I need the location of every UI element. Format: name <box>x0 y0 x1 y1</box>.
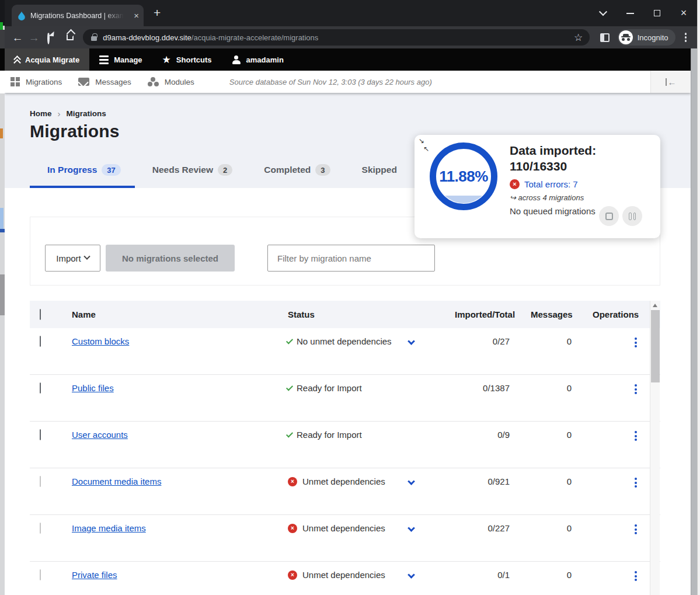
header-imported-total: Imported/Total <box>455 309 531 319</box>
imported-total-value: 0/921 <box>455 476 531 486</box>
toolbar-collapse-area[interactable]: ← <box>650 71 691 93</box>
double-chevron-up-icon <box>15 57 20 63</box>
migration-name-link[interactable]: User accounts <box>72 430 128 440</box>
page: Acquia Migrate Manage ★ Shortcuts amadam… <box>5 48 691 595</box>
tab-count-badge: 37 <box>102 164 120 176</box>
incognito-label: Incognito <box>638 33 668 42</box>
home-icon[interactable] <box>67 34 74 40</box>
toolbar-item-label: Modules <box>165 78 194 86</box>
tab-search-icon[interactable] <box>590 0 617 26</box>
pause-button[interactable] <box>622 206 642 226</box>
toolbar-item-modules[interactable]: Modules <box>140 77 203 87</box>
maximize-button[interactable] <box>643 0 670 26</box>
toolbar-item-shortcuts[interactable]: ★ Shortcuts <box>152 48 222 71</box>
breadcrumb-current: Migrations <box>67 109 106 118</box>
tab-close-icon[interactable]: × <box>134 11 139 20</box>
row-checkbox[interactable] <box>40 336 41 347</box>
table-scrollbar[interactable] <box>650 301 660 595</box>
migration-name-link[interactable]: Custom blocks <box>72 336 129 346</box>
admin-toolbar: Acquia Migrate Manage ★ Shortcuts amadam… <box>5 48 691 71</box>
table-row: Private files ×Unmet dependencies 0/1 0 <box>30 562 660 595</box>
table-row: Document media items ×Unmet dependencies… <box>30 468 660 515</box>
imported-total-value: 0/227 <box>455 523 531 533</box>
grid-icon <box>11 77 20 86</box>
background-window-sliver-right <box>697 0 700 595</box>
source-database-note: Source database of Sun Nov 12, 3:03 (3 d… <box>229 78 432 86</box>
browser-page-scrollbar[interactable] <box>691 48 697 595</box>
stop-button[interactable] <box>599 206 619 226</box>
modules-icon <box>148 77 159 87</box>
tab-in-progress[interactable]: In Progress 37 <box>47 164 121 176</box>
secondary-toolbar: Migrations Messages Modules Source datab… <box>5 71 691 93</box>
operations-menu-icon[interactable] <box>635 523 637 534</box>
minimize-button[interactable] <box>617 0 643 26</box>
migrations-table: Name Status Imported/Total Messages Oper… <box>30 301 660 595</box>
filter-input[interactable] <box>267 245 435 272</box>
row-checkbox[interactable] <box>40 429 41 440</box>
messages-count: 0 <box>531 523 593 533</box>
breadcrumb-home-link[interactable]: Home <box>30 109 52 118</box>
tab-title: Migrations Dashboard | example <box>30 12 124 20</box>
bookmark-star-icon[interactable]: ☆ <box>574 32 583 44</box>
operations-menu-icon[interactable] <box>635 430 637 441</box>
reload-icon[interactable] <box>47 33 55 42</box>
browser-navbar: ← → d9ama-ddevblog.ddev.site/acquia-migr… <box>5 26 697 48</box>
messages-count: 0 <box>531 336 593 346</box>
table-row: Public files Ready for Import 0/1387 0 <box>30 375 660 422</box>
toolbar-item-manage[interactable]: Manage <box>89 48 152 71</box>
close-window-button[interactable]: × <box>670 0 697 26</box>
scrollbar-thumb[interactable] <box>651 310 660 382</box>
stop-icon <box>605 213 613 220</box>
migration-name-link[interactable]: Public files <box>72 383 114 393</box>
status-text: Unmet dependencies <box>302 570 385 580</box>
chevron-down-icon <box>83 253 90 260</box>
select-all-checkbox[interactable] <box>40 309 41 320</box>
operations-menu-icon[interactable] <box>635 383 637 394</box>
error-icon: × <box>510 179 520 189</box>
migration-name-link[interactable]: Image media items <box>72 523 146 533</box>
total-errors-link[interactable]: Total errors: 7 <box>524 179 578 189</box>
resize-handle-icon[interactable]: ↘ ↖ <box>419 137 429 152</box>
toolbar-item-acquia-migrate[interactable]: Acquia Migrate <box>5 48 89 71</box>
browser-menu-icon[interactable] <box>685 33 687 42</box>
breadcrumb: Home › Migrations <box>30 109 106 119</box>
table-header-row: Name Status Imported/Total Messages Oper… <box>30 301 660 328</box>
tab-skipped[interactable]: Skipped <box>362 165 397 175</box>
toolbar-item-messages[interactable]: Messages <box>70 78 140 86</box>
total-errors-row: × Total errors: 7 <box>510 179 596 189</box>
lock-icon[interactable] <box>91 36 97 41</box>
toolbar-item-user[interactable]: amadamin <box>222 48 294 71</box>
toolbar-item-migrations[interactable]: Migrations <box>5 77 70 86</box>
import-dropdown-button[interactable]: Import <box>45 245 100 272</box>
side-panel-icon[interactable] <box>600 33 609 42</box>
url-bar[interactable]: d9ama-ddevblog.ddev.site/acquia-migrate-… <box>83 29 590 46</box>
tab-count-badge: 2 <box>218 164 232 176</box>
data-imported-heading: Data imported: 110/16330 <box>510 143 596 174</box>
migration-name-link[interactable]: Private files <box>72 570 117 580</box>
messages-count: 0 <box>531 476 593 486</box>
tab-completed[interactable]: Completed 3 <box>264 164 330 176</box>
browser-tab[interactable]: Migrations Dashboard | example × <box>12 5 144 26</box>
status-text: Ready for Import <box>297 430 362 440</box>
migration-name-link[interactable]: Document media items <box>72 476 161 486</box>
back-icon[interactable]: ← <box>9 32 26 43</box>
star-icon: ★ <box>162 55 171 65</box>
url-host: d9ama-ddevblog.ddev.site <box>103 33 191 42</box>
operations-menu-icon[interactable] <box>635 476 637 488</box>
check-icon <box>286 384 293 391</box>
messages-count: 0 <box>531 383 593 393</box>
check-icon <box>286 337 293 344</box>
progress-ring: 11.88% <box>429 142 498 211</box>
screen: Migrations Dashboard | example × + × ← →… <box>0 0 700 595</box>
across-migrations-note: ↪ across 4 migrations <box>510 193 596 202</box>
row-checkbox[interactable] <box>40 382 41 394</box>
header-status: Status <box>274 309 455 319</box>
operations-menu-icon[interactable] <box>635 570 637 581</box>
scrollbar-up-arrow-icon[interactable] <box>653 304 657 307</box>
tab-label: Skipped <box>362 165 397 175</box>
operations-menu-icon[interactable] <box>635 336 637 347</box>
import-label: Import <box>56 253 81 263</box>
new-tab-button[interactable]: + <box>154 6 161 19</box>
tab-needs-review[interactable]: Needs Review 2 <box>152 164 232 176</box>
table-row: User accounts Ready for Import 0/9 0 <box>30 422 660 468</box>
